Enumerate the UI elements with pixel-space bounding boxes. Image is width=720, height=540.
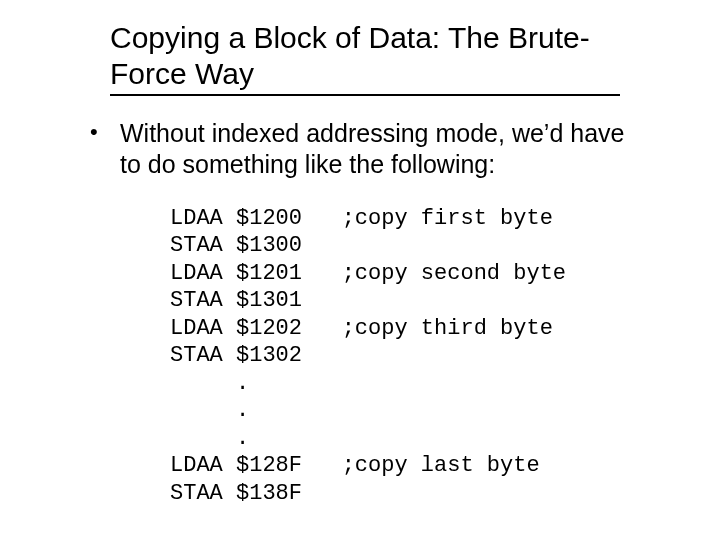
code-line: LDAA $1202 ;copy third byte <box>170 316 553 341</box>
code-line: . <box>170 371 249 396</box>
bullet-dot-icon: • <box>90 118 120 147</box>
code-block: LDAA $1200 ;copy first byte STAA $1300 L… <box>170 205 680 508</box>
code-line: LDAA $1200 ;copy first byte <box>170 206 553 231</box>
code-line: STAA $138F <box>170 481 302 506</box>
code-line: . <box>170 426 249 451</box>
bullet-text: Without indexed addressing mode, we’d ha… <box>120 118 640 181</box>
code-line: . <box>170 398 249 423</box>
slide-title: Copying a Block of Data: The Brute-Force… <box>110 20 620 96</box>
slide: Copying a Block of Data: The Brute-Force… <box>0 0 720 540</box>
code-line: STAA $1301 <box>170 288 302 313</box>
code-line: STAA $1302 <box>170 343 302 368</box>
bullet-item: • Without indexed addressing mode, we’d … <box>90 118 640 181</box>
code-line: STAA $1300 <box>170 233 302 258</box>
code-line: LDAA $1201 ;copy second byte <box>170 261 566 286</box>
code-line: LDAA $128F ;copy last byte <box>170 453 540 478</box>
